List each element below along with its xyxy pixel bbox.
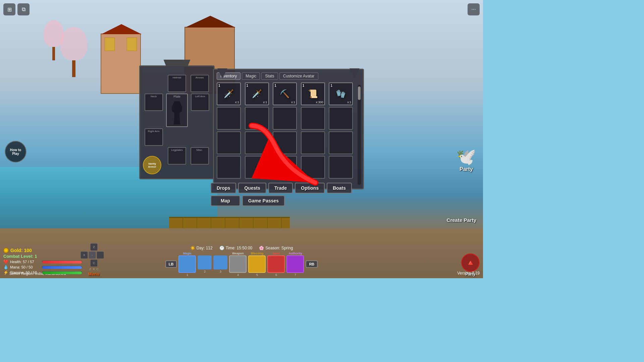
right-arm-slot[interactable]: Right Arm <box>145 128 163 146</box>
inventory-slot-17[interactable] <box>273 156 297 179</box>
quests-button[interactable]: Quests <box>238 183 266 193</box>
how-to-play-label: How toPlay <box>10 148 21 156</box>
party-bottom-right[interactable]: 🔺 Party <box>461 253 480 277</box>
trade-label: Trade <box>274 185 287 191</box>
c-button[interactable]: C <box>90 259 98 267</box>
hotbar-slot-4[interactable] <box>229 255 247 273</box>
inventory-slot-0[interactable]: 1 🗡️ x:1 <box>217 82 241 105</box>
inventory-slot-11[interactable] <box>245 131 269 154</box>
tab-magic-label: Magic <box>246 74 256 78</box>
rb-button[interactable]: RB <box>306 260 318 268</box>
mana-icon: 💧 <box>3 265 8 269</box>
inventory-slot-13[interactable] <box>301 131 325 154</box>
vanity-armor-button[interactable]: VanityArmor <box>143 156 161 174</box>
tab-customize-avatar[interactable]: Customize Avatar <box>279 72 318 80</box>
inventory-slot-14[interactable] <box>329 131 353 154</box>
item-icon-0: 🗡️ <box>224 89 234 99</box>
inventory-slot-9[interactable] <box>329 107 353 130</box>
time-display: 🕐 Time: 15:50:00 <box>219 246 253 250</box>
inventory-slot-4[interactable]: 1 🧤 x:1 <box>329 82 353 105</box>
chest-slot[interactable]: Plate <box>166 94 188 127</box>
inventory-slot-7[interactable] <box>273 107 297 130</box>
inventory-slot-12[interactable] <box>273 131 297 154</box>
roblox-screenshot-button[interactable]: ⧉ <box>17 3 30 15</box>
inventory-slot-16[interactable] <box>245 156 269 179</box>
inventory-slot-3[interactable]: 1 📜 x:300 <box>301 82 325 105</box>
left-arm-label: Left Arm <box>192 95 209 98</box>
left-arm-slot[interactable]: Left Arm <box>191 94 209 111</box>
tab-magic[interactable]: Magic <box>242 72 260 80</box>
item-icon-2: ⛏️ <box>280 89 290 99</box>
map-button[interactable]: Map <box>211 195 240 206</box>
quests-label: Quests <box>244 185 260 191</box>
character-silhouette <box>170 101 183 125</box>
party-bottom-icon: 🔺 <box>466 258 476 267</box>
inventory-slot-6[interactable] <box>245 107 269 130</box>
hotbar-num-3: 3 <box>220 270 221 273</box>
clock-icon: 🕐 <box>219 246 224 250</box>
item-icon-3: 📜 <box>308 89 318 99</box>
hotbar-slot-7[interactable] <box>286 255 304 273</box>
inventory-slot-8[interactable] <box>301 107 325 130</box>
hotbar-label-authority: Authority <box>288 252 302 255</box>
boats-button[interactable]: Boats <box>327 183 352 193</box>
game-passes-button[interactable]: Game Passes <box>242 195 285 206</box>
stamina-bar-fill <box>42 272 82 274</box>
stamina-icon: ⚡ <box>3 270 8 275</box>
inventory-tabs: Inventory Magic Stats Customize Avatar <box>217 72 360 80</box>
ellipsis-button[interactable]: ··· <box>468 3 480 15</box>
trade-button[interactable]: Trade <box>268 183 293 193</box>
item-qty-2: x:1 <box>291 101 295 104</box>
right-arm-label: Right Arm <box>145 130 162 133</box>
item-icon-4: 🧤 <box>336 89 346 99</box>
inventory-slot-2[interactable]: 1 ⛏️ x:1 <box>273 82 297 105</box>
misc-label: Misc. <box>191 148 208 152</box>
hotbar-slot-2[interactable] <box>198 255 212 269</box>
empty-right <box>97 251 104 259</box>
misc-slot[interactable]: Misc. <box>191 147 209 165</box>
hotbar-slot-6[interactable] <box>267 255 285 273</box>
hotbar-slot-1[interactable] <box>178 255 196 273</box>
mana-bar-bg <box>42 266 82 268</box>
inventory-slot-19[interactable] <box>329 156 353 179</box>
neck-slot[interactable]: Neck <box>145 94 163 111</box>
party-button-right[interactable]: 🕊️ Party <box>456 147 476 172</box>
drops-button[interactable]: Drops <box>211 183 236 193</box>
create-party-button[interactable]: Create Party <box>447 217 476 223</box>
mana-value: Mana: 50 / 50 <box>10 265 40 269</box>
helmet-slot[interactable]: Helmet <box>168 75 186 92</box>
time-value: Time: 15:50:00 <box>226 246 253 250</box>
inventory-slot-5[interactable] <box>217 107 241 130</box>
roblox-home-button[interactable]: ⊞ <box>3 3 15 15</box>
home-icon: ⊞ <box>7 6 12 13</box>
item-count-0: 1 <box>218 84 220 87</box>
mana-bar-fill <box>42 266 82 269</box>
inventory-slot-10[interactable] <box>217 131 241 154</box>
health-bar-bg <box>42 260 82 263</box>
inventory-slot-1[interactable]: 1 🗡️ x:1 <box>245 82 269 105</box>
arrows-slot[interactable]: Arrows <box>191 75 209 92</box>
hotbar-slot-3[interactable] <box>213 255 227 269</box>
screenshot-icon: ⧉ <box>22 6 25 12</box>
lb-button[interactable]: LB <box>165 260 177 268</box>
z-button[interactable]: Z <box>90 243 98 251</box>
hotbar-slot-5[interactable] <box>248 255 266 273</box>
item-count-3: 1 <box>303 84 305 87</box>
legplates-slot[interactable]: Legplates <box>168 147 186 165</box>
center-button[interactable]: · <box>89 251 96 259</box>
item-count-4: 1 <box>330 84 332 87</box>
how-to-play-button[interactable]: How toPlay <box>5 141 26 163</box>
action-buttons-container: Drops Quests Trade Options Boats Map Gam… <box>211 183 365 206</box>
inventory-scrollbar[interactable] <box>358 85 361 185</box>
top-right-menu[interactable]: ··· <box>468 3 480 15</box>
tab-stats[interactable]: Stats <box>261 72 278 80</box>
hotbar-label-spec: Spec <box>273 252 280 255</box>
world-info-bar: ☀️ Day: 112 🕐 Time: 15:50:00 🌸 Season: S… <box>190 246 293 250</box>
hotbar-label-magic: Magic <box>183 252 192 255</box>
inventory-slot-15[interactable] <box>217 156 241 179</box>
options-button[interactable]: Options <box>295 183 325 193</box>
x-button[interactable]: X <box>80 251 88 259</box>
inventory-slot-18[interactable] <box>301 156 325 179</box>
game-passes-label: Game Passes <box>248 198 279 203</box>
item-qty-0: x:1 <box>235 101 239 104</box>
